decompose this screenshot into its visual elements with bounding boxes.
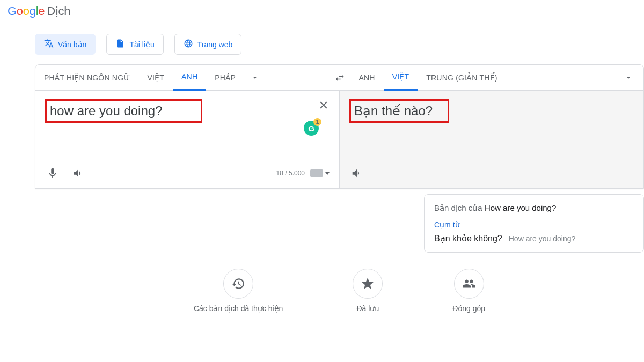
- mode-text-label: Văn bản: [58, 40, 86, 49]
- alt-entry[interactable]: Bạn khỏe không? How are you doing?: [434, 233, 634, 243]
- char-count: 18 / 5.000: [276, 169, 305, 177]
- document-icon: [115, 39, 125, 50]
- history-button[interactable]: Các bản dịch đã thực hiện: [194, 269, 283, 313]
- saved-button[interactable]: Đã lưu: [353, 269, 383, 313]
- speaker-icon[interactable]: [349, 166, 364, 181]
- swap-button[interactable]: [329, 65, 350, 90]
- saved-label: Đã lưu: [357, 304, 379, 313]
- src-tab-anh[interactable]: ANH: [173, 65, 206, 91]
- src-more-icon[interactable]: [244, 74, 266, 82]
- mode-doc-label: Tài liệu: [129, 40, 154, 49]
- target-lang-tabs: ANH VIỆT TRUNG (GIẢN THỂ): [350, 65, 644, 90]
- keyboard-icon: [310, 169, 323, 177]
- src-tab-detect[interactable]: PHÁT HIỆN NGÔN NGỮ: [35, 65, 138, 91]
- alt-side: How are you doing?: [509, 234, 576, 243]
- contribute-label: Đóng góp: [452, 304, 485, 313]
- tgt-more-icon[interactable]: [618, 74, 639, 82]
- translate-body: how are you doing? 1: [35, 91, 643, 188]
- product-name: Dịch: [47, 4, 70, 18]
- src-tab-viet[interactable]: VIỆT: [138, 65, 173, 91]
- main-content: Văn bản Tài liệu Trang web PHÁT HIỆN NGÔ…: [0, 24, 644, 313]
- app-header: Google Dịch: [0, 0, 644, 24]
- target-text: Bạn thế nào?: [349, 99, 449, 123]
- alt-tag: Cụm từ: [434, 220, 634, 229]
- target-footer: [349, 166, 634, 181]
- speaker-icon[interactable]: [71, 166, 86, 181]
- chevron-down-icon: [325, 172, 330, 175]
- mic-icon[interactable]: [45, 166, 60, 181]
- mode-web-label: Trang web: [197, 40, 233, 49]
- tgt-tab-anh[interactable]: ANH: [350, 65, 384, 91]
- keyboard-dropdown[interactable]: [310, 169, 330, 177]
- clear-button[interactable]: [318, 99, 330, 113]
- history-icon: [223, 269, 253, 299]
- contribute-button[interactable]: Đóng góp: [452, 269, 485, 313]
- globe-icon: [184, 39, 193, 50]
- google-logo: Google Dịch: [8, 4, 70, 18]
- alternatives-card: Bản dịch của How are you doing? Cụm từ B…: [424, 194, 644, 253]
- bottom-actions: Các bản dịch đã thực hiện Đã lưu Đóng gó…: [35, 269, 644, 313]
- source-footer: 18 / 5.000: [45, 166, 330, 181]
- tgt-tab-viet[interactable]: VIỆT: [384, 65, 418, 91]
- mode-doc-button[interactable]: Tài liệu: [106, 34, 163, 55]
- target-pane: Bạn thế nào?: [340, 91, 643, 188]
- language-bar: PHÁT HIỆN NGÔN NGỮ VIỆT ANH PHÁP ANH VIỆ…: [35, 65, 643, 91]
- mode-text-button[interactable]: Văn bản: [35, 34, 96, 55]
- mode-bar: Văn bản Tài liệu Trang web: [35, 34, 644, 55]
- source-text[interactable]: how are you doing?: [45, 99, 202, 123]
- source-lang-tabs: PHÁT HIỆN NGÔN NGỮ VIỆT ANH PHÁP: [35, 65, 329, 90]
- alt-heading: Bản dịch của How are you doing?: [434, 203, 634, 213]
- grammarly-icon[interactable]: 1: [304, 121, 320, 137]
- history-label: Các bản dịch đã thực hiện: [194, 304, 283, 313]
- src-tab-phap[interactable]: PHÁP: [206, 65, 244, 91]
- source-pane[interactable]: how are you doing? 1: [35, 91, 340, 188]
- mode-web-button[interactable]: Trang web: [174, 34, 242, 55]
- tgt-tab-trung[interactable]: TRUNG (GIẢN THỂ): [418, 65, 506, 91]
- star-icon: [353, 269, 383, 299]
- alt-main: Bạn khỏe không?: [434, 233, 502, 243]
- translate-icon: [44, 39, 54, 50]
- translate-panel: PHÁT HIỆN NGÔN NGỮ VIỆT ANH PHÁP ANH VIỆ…: [35, 64, 644, 189]
- people-icon: [454, 269, 484, 299]
